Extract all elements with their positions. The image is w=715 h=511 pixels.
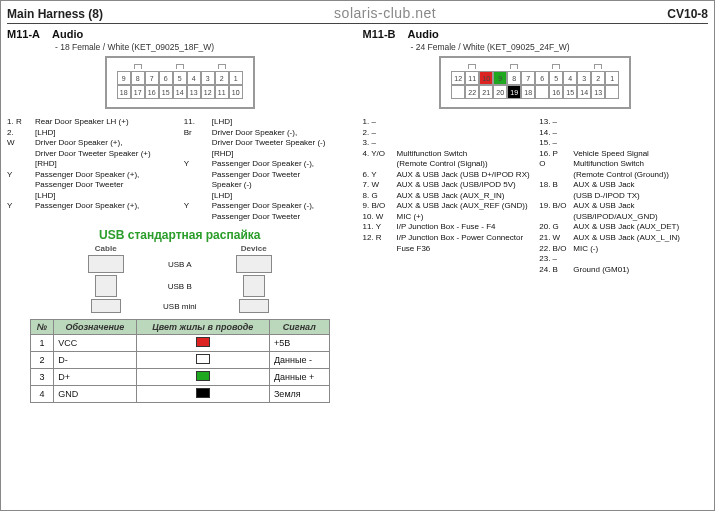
pin-description: AUX & USB Jack (AUX_L_IN) [573, 233, 708, 244]
pin-description: Ground (GM01) [573, 265, 708, 276]
pin-description: Passenger Door Tweeter [35, 180, 176, 191]
column-left: M11-A Audio - 18 Female / White (KET_090… [7, 28, 353, 403]
pin-row: 12. RI/P Junction Box - Power Connector [363, 233, 532, 244]
pin-description: Driver Door Tweeter Speaker (-) [212, 138, 353, 149]
pin-number: 2. [7, 128, 35, 139]
pin-description [397, 128, 532, 139]
pin-number [363, 159, 397, 170]
pin-row: 3. – [363, 138, 532, 149]
pin-row: (USB/IPOD/AUX_GND) [539, 212, 708, 223]
pin-description: Driver Door Speaker (+), [35, 138, 176, 149]
pin-description: [LHD] [212, 117, 353, 128]
table-cell [136, 352, 269, 369]
pin-description: [RHD] [212, 149, 353, 160]
usb-a-device-icon [236, 255, 272, 273]
pin-number [184, 191, 212, 202]
pin-description: AUX & USB Jack (AUX_DET) [573, 222, 708, 233]
pin-number: 6. Y [363, 170, 397, 181]
pin-row: OMultifunction Switch [539, 159, 708, 170]
pin-description [573, 254, 708, 265]
pin-row: 2.[LHD] [7, 128, 176, 139]
connector-pin: 9 [117, 71, 131, 85]
pin-row: Passenger Door Tweeter [184, 212, 353, 223]
pin-number: 9. B/O [363, 201, 397, 212]
connector-a-diagram: 987654321 181716151413121110 [7, 56, 353, 109]
connector-pin: 22 [465, 85, 479, 99]
pin-number: O [539, 159, 573, 170]
wire-color-swatch [196, 371, 210, 381]
pin-description: (Remote Control (Signal)) [397, 159, 532, 170]
connector-pin: 15 [563, 85, 577, 99]
pin-number: Y [184, 159, 212, 170]
pin-number [363, 244, 397, 255]
pin-description: MIC (-) [573, 244, 708, 255]
connector-pin: 9 [493, 71, 507, 85]
pin-row: Passenger Door Tweeter [7, 180, 176, 191]
table-cell: D- [54, 352, 136, 369]
pin-row: [LHD] [184, 191, 353, 202]
pin-description: Driver Door Speaker (-), [212, 128, 353, 139]
pin-number: 23. – [539, 254, 573, 265]
pin-row: (Remote Control (Signal)) [363, 159, 532, 170]
pin-row: Passenger Door Tweeter [184, 170, 353, 181]
connector-pin: 16 [549, 85, 563, 99]
pin-description: Rear Door Speaker LH (+) [35, 117, 176, 128]
pin-number: 1. R [7, 117, 35, 128]
pin-number: 12. R [363, 233, 397, 244]
usb-pinout-title: USB стандартная распайка [7, 228, 353, 242]
pin-row: 16. PVehicle Speed Signal [539, 149, 708, 160]
pin-row: 1. RRear Door Speaker LH (+) [7, 117, 176, 128]
pin-number: 1. – [363, 117, 397, 128]
pin-number: 24. B [539, 265, 573, 276]
pin-row: 18. BAUX & USB Jack [539, 180, 708, 191]
pin-number: Y [7, 201, 35, 212]
pin-number: 8. G [363, 191, 397, 202]
pin-description: [RHD] [35, 159, 176, 170]
pin-row: 11.[LHD] [184, 117, 353, 128]
connector-pin: 12 [451, 71, 465, 85]
usb-table-header: Обозначение [54, 320, 136, 335]
pin-row: YPassenger Door Speaker (+), [7, 170, 176, 181]
usb-mini-label: USB mini [150, 302, 210, 311]
usb-col-cable: Cable [76, 244, 136, 253]
pin-number: Y [184, 201, 212, 212]
pin-description: Passenger Door Speaker (-), [212, 159, 353, 170]
pin-number: 2. – [363, 128, 397, 139]
connector-pin: 6 [159, 71, 173, 85]
table-cell: GND [54, 386, 136, 403]
pin-row: Fuse F36 [363, 244, 532, 255]
table-cell: VCC [54, 335, 136, 352]
pin-row: [LHD] [7, 191, 176, 202]
connector-pin: 5 [549, 71, 563, 85]
pin-description: Multifunction Switch [573, 159, 708, 170]
connector-pin: 13 [591, 85, 605, 99]
pin-row: WDriver Door Speaker (+), [7, 138, 176, 149]
pin-description: Driver Door Tweeter Speaker (+) [35, 149, 176, 160]
connector-pin: 17 [131, 85, 145, 99]
pin-row: 19. B/OAUX & USB Jack [539, 201, 708, 212]
pin-row: YPassenger Door Speaker (-), [184, 201, 353, 212]
pin-number: 10. W [363, 212, 397, 223]
connector-pin: 20 [493, 85, 507, 99]
connector-pin: 14 [577, 85, 591, 99]
pin-description: AUX & USB Jack (AUX_R_IN) [397, 191, 532, 202]
pin-description: I/P Junction Box - Fuse - F4 [397, 222, 532, 233]
usb-b-cable-icon [95, 275, 117, 297]
pin-row: 7. WAUX & USB Jack (USB/IPOD 5V) [363, 180, 532, 191]
pin-description: [LHD] [35, 191, 176, 202]
pin-description: [LHD] [35, 128, 176, 139]
pin-description: AUX & USB Jack [573, 201, 708, 212]
pin-row: 9. B/OAUX & USB Jack (AUX_REF (GND)) [363, 201, 532, 212]
diagram-frame: Main Harness (8) solaris-club.net CV10-8… [0, 0, 715, 511]
pin-description: [LHD] [212, 191, 353, 202]
pin-row: 4. Y/OMultifunction Switch [363, 149, 532, 160]
connector-pin [535, 85, 549, 99]
pin-number [7, 191, 35, 202]
table-cell: Данные - [269, 352, 329, 369]
usb-mini-cable-icon [91, 299, 121, 313]
pin-description: AUX & USB Jack (AUX_REF (GND)) [397, 201, 532, 212]
top-bar: Main Harness (8) solaris-club.net CV10-8 [7, 5, 708, 24]
pin-number [7, 159, 35, 170]
connector-title-a: Audio [52, 28, 83, 40]
pin-row: 22. B/OMIC (-) [539, 244, 708, 255]
